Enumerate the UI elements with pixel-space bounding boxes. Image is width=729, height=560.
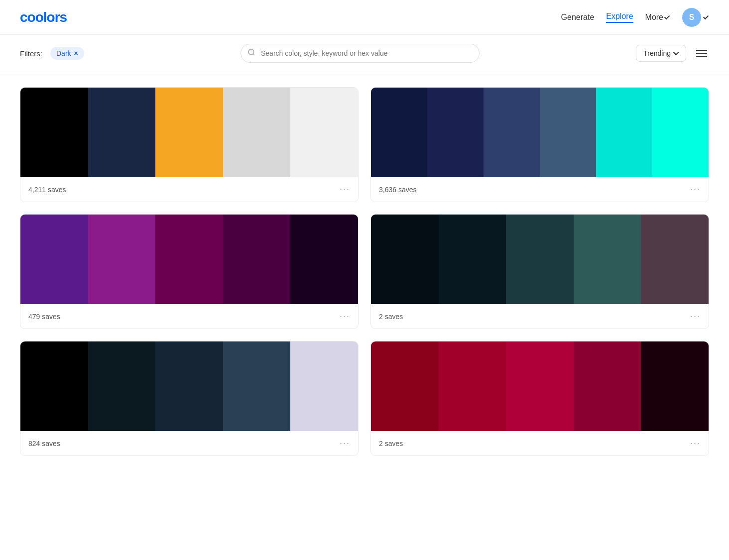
filters-label: Filters: [20,49,42,58]
palette-swatches [371,215,709,304]
color-swatch[interactable] [223,88,291,177]
filter-tag-label: Dark [56,49,71,57]
color-swatch[interactable] [484,88,540,177]
color-swatch[interactable] [439,341,506,431]
search-icon [247,48,255,58]
palette-swatches [20,341,358,431]
palette-card[interactable]: 2 saves··· [370,214,709,329]
color-swatch[interactable] [371,341,439,431]
color-swatch[interactable] [371,215,439,304]
menu-line-1 [696,50,707,51]
saves-count: 4,211 saves [28,186,66,194]
nav-more-label: More [645,13,663,22]
color-swatch[interactable] [155,215,223,304]
color-swatch[interactable] [88,215,156,304]
search-container [241,44,480,63]
filters-bar: Filters: Dark × Trending [0,35,729,72]
header: coolors Generate Explore More S [0,0,729,35]
palette-card[interactable]: 3,636 saves··· [370,87,709,202]
color-swatch[interactable] [439,215,506,304]
color-swatch[interactable] [20,341,88,431]
chevron-down-icon [664,13,670,19]
color-swatch[interactable] [223,215,291,304]
palette-footer: 824 saves··· [20,431,358,455]
palette-grid: 4,211 saves···3,636 saves···479 saves···… [20,87,709,456]
color-swatch[interactable] [540,88,596,177]
palette-swatches [20,88,358,177]
color-swatch[interactable] [290,88,358,177]
remove-filter-button[interactable]: × [74,49,78,57]
color-swatch[interactable] [88,341,156,431]
main-content: 4,211 saves···3,636 saves···479 saves···… [0,72,729,471]
palette-more-button[interactable]: ··· [340,311,350,322]
palette-card[interactable]: 824 saves··· [20,341,359,456]
color-swatch[interactable] [20,215,88,304]
color-swatch[interactable] [574,341,641,431]
saves-count: 479 saves [28,313,60,321]
palette-card[interactable]: 4,211 saves··· [20,87,359,202]
color-swatch[interactable] [290,215,358,304]
nav-generate[interactable]: Generate [561,13,595,22]
palette-footer: 4,211 saves··· [20,177,358,202]
menu-icon[interactable] [694,48,709,59]
svg-point-0 [248,49,254,55]
color-swatch[interactable] [574,215,641,304]
color-swatch[interactable] [506,215,574,304]
palette-footer: 479 saves··· [20,304,358,329]
color-swatch[interactable] [371,88,427,177]
color-swatch[interactable] [506,341,574,431]
main-nav: Generate Explore More S [561,8,709,27]
palette-footer: 3,636 saves··· [371,177,709,202]
palette-more-button[interactable]: ··· [690,438,701,448]
menu-line-2 [696,53,707,54]
color-swatch[interactable] [641,341,709,431]
palette-more-button[interactable]: ··· [340,184,350,195]
sort-dropdown[interactable]: Trending [636,45,686,62]
logo[interactable]: coolors [20,9,67,25]
active-filter-tag[interactable]: Dark × [50,47,84,60]
palette-more-button[interactable]: ··· [340,438,350,448]
saves-count: 2 saves [379,313,403,321]
color-swatch[interactable] [223,341,291,431]
nav-more[interactable]: More [645,13,670,22]
svg-line-1 [253,54,254,55]
sort-label: Trending [643,49,671,57]
palette-swatches [20,215,358,304]
user-section[interactable]: S [682,8,709,27]
palette-swatches [371,88,709,177]
color-swatch[interactable] [596,88,652,177]
palette-footer: 2 saves··· [371,431,709,455]
color-swatch[interactable] [641,215,709,304]
user-chevron-icon [703,13,709,19]
palette-card[interactable]: 2 saves··· [370,341,709,456]
color-swatch[interactable] [155,88,223,177]
saves-count: 824 saves [28,440,60,448]
palette-more-button[interactable]: ··· [690,184,701,195]
saves-count: 3,636 saves [379,186,417,194]
color-swatch[interactable] [20,88,88,177]
palette-swatches [371,341,709,431]
color-swatch[interactable] [290,341,358,431]
avatar[interactable]: S [682,8,701,27]
color-swatch[interactable] [155,341,223,431]
palette-card[interactable]: 479 saves··· [20,214,359,329]
color-swatch[interactable] [652,88,709,177]
nav-explore[interactable]: Explore [606,12,633,23]
saves-count: 2 saves [379,440,403,448]
color-swatch[interactable] [88,88,156,177]
palette-more-button[interactable]: ··· [690,311,701,322]
color-swatch[interactable] [427,88,484,177]
palette-footer: 2 saves··· [371,304,709,329]
search-input[interactable] [241,44,480,63]
menu-line-3 [696,56,707,57]
sort-chevron-icon [673,50,679,55]
